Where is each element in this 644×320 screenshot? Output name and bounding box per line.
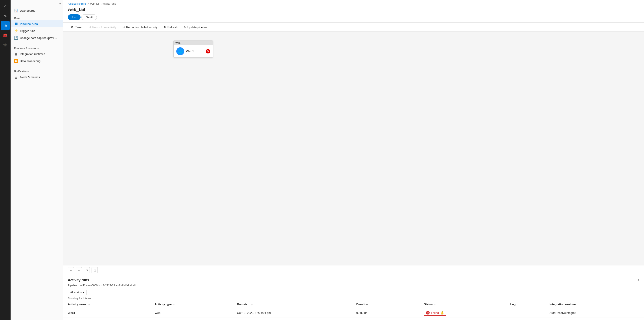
cell-log [506,308,545,318]
status-filter-dropdown[interactable]: All status ▾ [68,290,87,295]
graduation-icon[interactable]: 🎓 [1,40,10,49]
cell-integration-runtime: AutoResolveIntegrati [545,308,644,318]
tab-list[interactable]: List [68,14,80,20]
status-failed-label: Failed [431,311,439,314]
table-row: Web1 Web Oct 13, 2022, 12:24:04 pm 00:00… [64,308,644,318]
node-card-web1[interactable]: Web 🌐 Web1 ✕ [174,40,213,58]
rerun-from-failed-activity-button[interactable]: ↺ Rerun from failed activity [119,24,161,30]
status-cell-wrapper: ✕ Failed 🔔 [424,310,446,316]
col-activity-type[interactable]: Activity type ↑↓ [150,301,232,308]
change-data-icon: 🔄 [14,36,18,40]
col-duration[interactable]: Duration ↑↓ [352,301,420,308]
canvas-area[interactable]: Web 🌐 Web1 ✕ + − ⊡ ⬚ [64,32,644,275]
sidebar-item-dashboards[interactable]: 📊 Dashboards [10,7,63,14]
activity-runs-table-wrap: Activity name ↑↓ Activity type ↑↓ Run st… [64,301,644,320]
dashboards-icon: 📊 [14,8,18,12]
zoom-out-button[interactable]: − [76,267,82,273]
breadcrumb-link[interactable]: All pipeline runs [68,2,86,5]
sidebar-item-label: Alerts & metrics [20,76,40,79]
refresh-label: Refresh [168,26,178,29]
sidebar-item-alerts-metrics[interactable]: △ Alerts & metrics [10,74,63,80]
rerun-from-failed-icon: ↺ [122,25,125,29]
sidebar-item-pipeline-runs[interactable]: ▦ Pipeline runs [10,20,63,27]
toolbar: ↺ Rerun ↺ Rerun from activity ↺ Rerun fr… [64,22,644,32]
page-title: web_fail [64,6,644,14]
sidebar-item-trigger-runs[interactable]: ⚡ Trigger runs [10,27,63,34]
sidebar-item-label: Trigger runs [20,29,35,32]
filter-label: All status [70,291,82,294]
canvas-controls: + − ⊡ ⬚ [64,265,644,275]
home-icon[interactable]: ⌂ [1,2,10,10]
sidebar-item-label: Dashboards [20,9,35,12]
node-card-body: 🌐 Web1 ✕ [174,45,213,58]
node-card-header: Web [174,41,213,45]
col-log: Log [506,301,545,308]
col-activity-name[interactable]: Activity name ↑↓ [64,301,150,308]
sort-icon-activity-type: ↑↓ [173,303,175,306]
monitor-icon[interactable]: ◎ [1,21,10,30]
activity-runs-title: Activity runs [68,278,89,282]
refresh-button[interactable]: ↻ Refresh [161,24,181,30]
col-status[interactable]: Status ↑↓ [420,301,506,308]
sort-icon-activity-name: ↑↓ [88,303,90,306]
status-log-icon[interactable]: 🔔 [440,311,444,314]
icon-bar: ⌂ ✎ ◎ 🧰 🎓 [0,0,10,320]
activity-runs-table: Activity name ↑↓ Activity type ↑↓ Run st… [64,301,644,318]
rerun-from-activity-button[interactable]: ↺ Rerun from activity [86,24,119,30]
rerun-icon: ↺ [71,25,74,29]
breadcrumb-separator: > [88,2,89,5]
rerun-button[interactable]: ↺ Rerun [68,24,86,30]
cell-status: ✕ Failed 🔔 [420,308,506,318]
rerun-label: Rerun [74,26,82,29]
breadcrumb-current: web_fail - Activity runs [90,2,116,5]
notifications-section-label: Notifications [10,67,63,74]
sort-icon-run-start: ↑↓ [251,303,253,306]
activity-runs-section: Activity runs ∧ Pipeline run ID aaaa0000… [64,275,644,320]
cell-duration: 00:00:04 [352,308,420,318]
sort-icon-duration: ↑↓ [370,303,372,306]
sort-icon-status: ↑↓ [434,303,436,306]
edit-icon[interactable]: ✎ [1,12,10,20]
tab-bar: List Gantt [64,14,644,22]
cell-activity-name: Web1 [64,308,150,318]
activity-runs-header: Activity runs ∧ [64,275,644,284]
zoom-reset-button[interactable]: ⬚ [92,267,98,273]
col-run-start[interactable]: Run start ↑↓ [233,301,352,308]
collapse-activity-runs-button[interactable]: ∧ [637,278,640,282]
briefcase-icon[interactable]: 🧰 [1,31,10,40]
data-flow-icon: 🔀 [14,59,18,63]
filter-bar: All status ▾ [64,288,644,296]
trigger-runs-icon: ⚡ [14,29,18,33]
divider-2 [14,66,60,66]
sidebar-item-label: Integration runtimes [20,52,45,56]
sidebar: « 📊 Dashboards Runs ▦ Pipeline runs ⚡ Tr… [10,0,64,320]
divider-1 [14,43,60,43]
collapse-sidebar-button[interactable]: « [59,2,61,5]
pipeline-runs-icon: ▦ [14,22,18,26]
rerun-from-activity-label: Rerun from activity [92,26,116,29]
integration-runtimes-icon: ▦ [14,52,18,56]
zoom-fit-button[interactable]: ⊡ [84,267,90,273]
node-name: Web1 [186,50,204,53]
cell-activity-type: Web [150,308,232,318]
main-content: All pipeline runs > web_fail - Activity … [64,0,644,320]
update-pipeline-icon: ✎ [184,25,186,29]
cell-run-start: Oct 13, 2022, 12:24:04 pm [233,308,352,318]
sidebar-item-change-data-capture[interactable]: 🔄 Change data capture (previ... [10,34,63,42]
runs-section-label: Runs [10,14,63,20]
sidebar-collapse: « [10,0,63,7]
showing-count: Showing 1 - 1 items [64,296,644,301]
zoom-in-button[interactable]: + [68,267,74,273]
runtimes-section-label: Runtimes & sessions [10,44,63,50]
pipeline-run-id: Pipeline run ID aaaa0000-bb11-2222-33cc-… [64,284,644,288]
sidebar-item-integration-runtimes[interactable]: ▦ Integration runtimes [10,50,63,58]
tab-gantt[interactable]: Gantt [82,14,97,20]
update-pipeline-button[interactable]: ✎ Update pipeline [180,24,210,30]
filter-chevron-icon: ▾ [83,291,84,294]
refresh-icon: ↻ [164,25,166,29]
rerun-from-activity-icon: ↺ [88,25,91,29]
node-globe-icon: 🌐 [176,47,184,55]
sidebar-item-label: Pipeline runs [20,22,38,26]
sidebar-item-data-flow-debug[interactable]: 🔀 Data flow debug [10,58,63,64]
status-failed-icon: ✕ [426,311,430,314]
